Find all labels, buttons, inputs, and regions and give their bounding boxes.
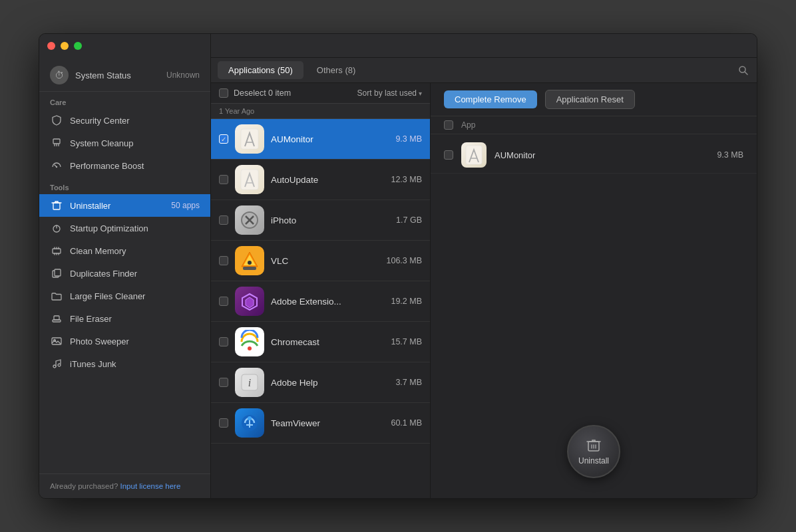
sidebar-item-photo-sweeper[interactable]: Photo Sweeper bbox=[39, 330, 210, 352]
minimize-button[interactable] bbox=[61, 42, 69, 50]
uninstall-container: Uninstall bbox=[431, 412, 757, 498]
sidebar-item-label: Duplicates Finder bbox=[70, 269, 137, 279]
app-icon bbox=[235, 246, 264, 275]
svg-rect-8 bbox=[54, 316, 59, 320]
tools-section-label: Tools bbox=[39, 177, 210, 194]
app-checkbox[interactable] bbox=[219, 215, 228, 225]
sidebar-item-label: Startup Optimization bbox=[70, 223, 148, 233]
sidebar-item-startup-optimization[interactable]: Startup Optimization bbox=[39, 217, 210, 239]
broom-icon bbox=[50, 136, 63, 150]
main-titlebar bbox=[211, 34, 757, 58]
app-checkbox[interactable] bbox=[219, 337, 228, 346]
app-row[interactable]: ✓ AUMonitor 9.3 MB bbox=[211, 119, 430, 160]
sidebar-item-itunes-junk[interactable]: iTunes Junk bbox=[39, 352, 210, 375]
tab-others[interactable]: Others (8) bbox=[306, 61, 367, 79]
main-window: ⏱ System Status Unknown Care Security Ce… bbox=[39, 33, 757, 499]
titlebar bbox=[39, 34, 210, 58]
content-area: Deselect 0 item Sort by last used ▾ 1 Ye… bbox=[211, 83, 757, 498]
license-link[interactable]: Input license here bbox=[120, 482, 181, 490]
sidebar-item-clean-memory[interactable]: Clean Memory bbox=[39, 239, 210, 262]
memory-icon bbox=[50, 244, 63, 257]
app-row[interactable]: iPhoto 1.7 GB bbox=[211, 200, 430, 241]
already-purchased-text: Already purchased? bbox=[50, 482, 118, 490]
system-status-block[interactable]: ⏱ System Status Unknown bbox=[39, 58, 210, 92]
app-name: Chromecast bbox=[271, 337, 391, 347]
sidebar-footer: Already purchased? Input license here bbox=[39, 473, 210, 498]
app-size: 12.3 MB bbox=[391, 175, 422, 184]
sidebar-item-system-cleanup[interactable]: System Cleanup bbox=[39, 132, 210, 154]
app-size: 3.7 MB bbox=[395, 378, 422, 387]
detail-item-checkbox[interactable] bbox=[444, 150, 453, 160]
trash-icon bbox=[50, 199, 63, 212]
app-checkbox[interactable]: ✓ bbox=[219, 134, 228, 144]
app-icon bbox=[235, 327, 264, 356]
svg-rect-6 bbox=[55, 269, 61, 276]
sidebar-item-uninstaller[interactable]: Uninstaller 50 apps bbox=[39, 194, 210, 217]
app-row[interactable]: AutoUpdate 12.3 MB bbox=[211, 160, 430, 200]
music-icon bbox=[50, 357, 63, 370]
app-list-panel: Deselect 0 item Sort by last used ▾ 1 Ye… bbox=[211, 83, 431, 498]
sort-dropdown[interactable]: Sort by last used ▾ bbox=[357, 88, 422, 98]
app-checkbox[interactable] bbox=[219, 418, 228, 428]
app-checkbox[interactable] bbox=[219, 297, 228, 306]
sidebar: ⏱ System Status Unknown Care Security Ce… bbox=[39, 34, 211, 498]
complete-remove-button[interactable]: Complete Remove bbox=[444, 90, 537, 108]
gauge-icon bbox=[50, 159, 63, 172]
sidebar-item-label: Clean Memory bbox=[70, 246, 126, 256]
app-row[interactable]: Adobe Extensio... 19.2 MB bbox=[211, 281, 430, 322]
sidebar-item-label: Photo Sweeper bbox=[70, 336, 129, 346]
detail-app-column-label: App bbox=[461, 120, 743, 130]
app-checkbox[interactable] bbox=[219, 175, 228, 184]
photo-icon bbox=[50, 334, 63, 348]
system-status-icon: ⏱ bbox=[50, 66, 69, 84]
sidebar-item-security-center[interactable]: Security Center bbox=[39, 109, 210, 132]
sidebar-item-label: Uninstaller bbox=[70, 201, 110, 211]
sidebar-item-performance-boost[interactable]: Performance Boost bbox=[39, 154, 210, 177]
list-toolbar: Deselect 0 item Sort by last used ▾ bbox=[211, 83, 430, 104]
sidebar-item-duplicates-finder[interactable]: Duplicates Finder bbox=[39, 262, 210, 285]
app-checkbox[interactable] bbox=[219, 378, 228, 387]
app-size: 1.7 GB bbox=[396, 215, 422, 225]
svg-rect-2 bbox=[53, 203, 60, 209]
app-icon bbox=[235, 408, 264, 438]
detail-panel: Complete Remove Application Reset App bbox=[431, 83, 757, 498]
deselect-label: Deselect 0 item bbox=[234, 88, 291, 98]
shield-icon bbox=[50, 114, 63, 127]
app-row[interactable]: VLC 106.3 MB bbox=[211, 241, 430, 281]
app-name: Adobe Help bbox=[271, 378, 395, 388]
detail-toolbar: Complete Remove Application Reset bbox=[431, 83, 757, 116]
copy-icon bbox=[50, 267, 63, 280]
search-icon[interactable] bbox=[737, 64, 750, 77]
tab-applications[interactable]: Applications (50) bbox=[218, 61, 303, 79]
sidebar-item-label: File Eraser bbox=[70, 314, 112, 324]
app-row[interactable]: Chromecast 15.7 MB bbox=[211, 322, 430, 362]
app-icon bbox=[235, 287, 264, 316]
app-size: 19.2 MB bbox=[391, 297, 422, 306]
application-reset-button[interactable]: Application Reset bbox=[545, 90, 635, 109]
app-name: TeamViewer bbox=[271, 418, 391, 428]
app-size: 60.1 MB bbox=[391, 418, 422, 428]
close-button[interactable] bbox=[47, 42, 55, 50]
svg-point-26 bbox=[248, 346, 252, 350]
app-list: ✓ AUMonitor 9.3 MB bbox=[211, 119, 430, 498]
sidebar-item-large-files-cleaner[interactable]: Large Files Cleaner bbox=[39, 285, 210, 307]
app-icon bbox=[235, 205, 264, 235]
app-checkbox[interactable] bbox=[219, 256, 228, 265]
sidebar-item-file-eraser[interactable]: File Eraser bbox=[39, 307, 210, 330]
maximize-button[interactable] bbox=[74, 42, 82, 50]
app-row[interactable]: TeamViewer 60.1 MB bbox=[211, 403, 430, 444]
app-icon bbox=[235, 124, 264, 154]
svg-point-22 bbox=[248, 261, 252, 265]
detail-select-all-checkbox[interactable] bbox=[444, 120, 453, 130]
select-all-checkbox[interactable] bbox=[219, 88, 228, 98]
app-icon: i bbox=[235, 368, 264, 397]
sidebar-item-label: Large Files Cleaner bbox=[70, 291, 145, 301]
detail-item[interactable]: AUMonitor 9.3 MB bbox=[431, 137, 757, 174]
svg-point-12 bbox=[58, 364, 61, 366]
svg-marker-24 bbox=[246, 297, 254, 308]
app-icon bbox=[235, 165, 264, 194]
system-status-label: System Status bbox=[75, 70, 131, 80]
uninstall-button[interactable]: Uninstall bbox=[567, 425, 620, 478]
app-row[interactable]: i Adobe Help 3.7 MB bbox=[211, 362, 430, 403]
folder-icon bbox=[50, 289, 63, 303]
